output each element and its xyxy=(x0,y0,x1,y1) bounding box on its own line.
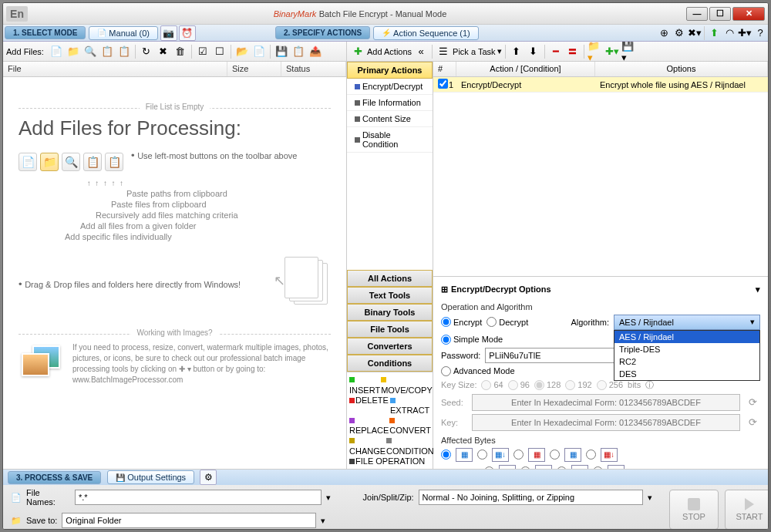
check-icon[interactable]: ☑ xyxy=(195,44,210,59)
alg-opt-aes[interactable]: AES / Rijndael xyxy=(614,331,759,343)
save-list-icon[interactable]: 💾 xyxy=(274,44,289,59)
row-num: 1 xyxy=(444,79,456,91)
filenames-input[interactable] xyxy=(75,490,322,505)
hint-recursive-icon: 🔍 xyxy=(62,153,80,171)
add-icon[interactable]: ✚▾ xyxy=(737,25,752,41)
clear-icon[interactable]: 🗑 xyxy=(173,44,188,59)
col-size[interactable]: Size xyxy=(227,62,281,76)
cat-conv[interactable]: Converters xyxy=(347,338,433,355)
refresh-icon[interactable]: ↻ xyxy=(139,44,154,59)
action-contentsize[interactable]: Content Size xyxy=(347,111,433,127)
aff-5[interactable] xyxy=(586,450,596,460)
primary-actions-header[interactable]: Primary Actions xyxy=(347,62,433,79)
open-folder-icon[interactable]: 📂 xyxy=(234,44,250,59)
saveto-input[interactable] xyxy=(62,513,316,528)
action-disablecond[interactable]: Disable Condition xyxy=(347,127,433,153)
remove-icon[interactable]: ✖ xyxy=(156,44,171,59)
stop-button[interactable]: STOP xyxy=(669,490,719,530)
advanced-mode-radio[interactable]: Advanced Mode xyxy=(441,366,515,376)
alg-opt-3des[interactable]: Triple-DES xyxy=(614,343,759,355)
encrypt-radio[interactable]: Encrypt xyxy=(441,317,482,327)
filenames-label: File Names: xyxy=(26,488,70,507)
settings-icon[interactable]: ⚙ xyxy=(672,25,687,41)
camera-icon[interactable]: 📷 xyxy=(160,25,177,41)
cat-cond[interactable]: Conditions xyxy=(347,355,433,372)
export-icon[interactable]: 📤 xyxy=(308,44,323,59)
help-icon[interactable]: ? xyxy=(752,25,768,41)
action-fileinfo[interactable]: File Information xyxy=(347,95,433,111)
maximize-button[interactable]: ☐ xyxy=(709,7,731,21)
cat-file[interactable]: File Tools xyxy=(347,321,433,338)
tools-icon[interactable]: ✖▾ xyxy=(687,25,702,41)
step1-tab[interactable]: 1. SELECT MODE xyxy=(5,26,86,39)
move-down-icon[interactable]: ⬇ xyxy=(526,44,541,59)
ks-96: 96 xyxy=(508,380,530,390)
aff-3[interactable] xyxy=(513,450,524,460)
delete-action-icon[interactable]: ━ xyxy=(548,44,564,59)
col-options[interactable]: Options xyxy=(595,62,768,76)
hint-bullet1: Use left-most buttons on the toolbar abo… xyxy=(137,151,297,160)
add-recursive-icon[interactable]: 🔍 xyxy=(82,44,98,59)
collapse-icon[interactable]: « xyxy=(413,44,429,59)
alg-opt-des[interactable]: DES xyxy=(614,368,759,380)
fe-4[interactable] xyxy=(593,466,603,469)
sequence-row[interactable]: 1 Encrypt/Decrypt Encrypt whole file usi… xyxy=(433,77,768,93)
new-action-icon[interactable]: ✚▾ xyxy=(604,44,620,59)
col-action[interactable]: Action / [Condition] xyxy=(456,62,595,76)
actions-sidebar: Primary Actions Encrypt/Decrypt File Inf… xyxy=(347,62,433,469)
aff-all[interactable] xyxy=(441,450,451,460)
manual-tab[interactable]: 📄 Manual (0) xyxy=(89,26,158,40)
minimize-button[interactable]: — xyxy=(686,7,708,21)
pick-task-icon[interactable]: ☰ xyxy=(436,44,451,59)
paste-paths-icon[interactable]: 📋 xyxy=(116,44,132,59)
aff-4[interactable] xyxy=(550,450,560,460)
col-status[interactable]: Status xyxy=(281,62,346,76)
step3-tab[interactable]: 3. PROCESS & SAVE xyxy=(8,471,101,484)
images-hint-text: If you need to process, resize, convert,… xyxy=(72,342,331,386)
save-actions-icon[interactable]: 💾▾ xyxy=(621,44,637,59)
fe-3[interactable] xyxy=(557,466,567,469)
decrypt-radio[interactable]: Decrypt xyxy=(487,317,528,327)
password-label: Password: xyxy=(441,351,480,360)
aff-2[interactable] xyxy=(477,450,487,460)
joinsplit-input[interactable] xyxy=(419,490,643,505)
fe-1[interactable] xyxy=(484,466,494,469)
algorithm-dropdown-list[interactable]: AES / Rijndael Triple-DES RC2 DES xyxy=(614,330,760,381)
hint-line5: Add specific files individually xyxy=(19,232,331,241)
help-keysize-icon[interactable]: ⓘ xyxy=(645,379,654,391)
move-up-icon[interactable]: ⬆ xyxy=(509,44,524,59)
clock-icon[interactable]: ⏰ xyxy=(179,25,196,41)
col-file[interactable]: File xyxy=(3,62,227,76)
update-icon[interactable]: ⬆ xyxy=(706,25,722,41)
app-logo: En xyxy=(6,6,28,22)
wifi-icon[interactable]: ◠ xyxy=(722,25,737,41)
folder-action-icon[interactable]: 📁▾ xyxy=(588,44,603,59)
gear-icon[interactable]: ⚙ xyxy=(200,470,217,485)
add-folder-icon[interactable]: 📁 xyxy=(66,44,81,59)
uncheck-icon[interactable]: ☐ xyxy=(212,44,227,59)
action-encrypt[interactable]: Encrypt/Decrypt xyxy=(347,79,433,95)
action-sequence-tab[interactable]: ⚡ Action Sequence (1) xyxy=(373,26,479,40)
fe-2[interactable] xyxy=(520,466,530,469)
fromend-label: From end: xyxy=(441,467,480,470)
add-file-icon[interactable]: 📄 xyxy=(49,44,64,59)
step2-tab[interactable]: 2. SPECIFY ACTIONS xyxy=(275,26,370,39)
globe-icon[interactable]: ⊕ xyxy=(656,25,672,41)
close-button[interactable]: ✕ xyxy=(732,7,765,21)
cat-all[interactable]: All Actions xyxy=(347,270,433,287)
cat-binary[interactable]: Binary Tools xyxy=(347,304,433,321)
add-action-icon[interactable]: ✚ xyxy=(350,44,365,59)
empty-list-label: File List is Empty xyxy=(140,103,210,111)
disable-action-icon[interactable]: 〓 xyxy=(565,44,581,59)
alg-opt-rc2[interactable]: RC2 xyxy=(614,355,759,368)
copy-list-icon[interactable]: 📋 xyxy=(291,44,306,59)
cat-text[interactable]: Text Tools xyxy=(347,287,433,304)
algorithm-dropdown[interactable]: AES / Rijndael▾ AES / Rijndael Triple-DE… xyxy=(614,315,760,330)
open-file-icon[interactable]: 📄 xyxy=(251,44,267,59)
col-num[interactable]: # xyxy=(433,62,456,76)
simple-mode-radio[interactable]: Simple Mode xyxy=(441,335,503,345)
pick-task-label[interactable]: Pick a Task xyxy=(453,47,495,56)
paste-files-icon[interactable]: 📋 xyxy=(99,44,115,59)
start-button[interactable]: START xyxy=(725,490,769,530)
output-settings-tab[interactable]: 💾 Output Settings xyxy=(107,470,194,484)
